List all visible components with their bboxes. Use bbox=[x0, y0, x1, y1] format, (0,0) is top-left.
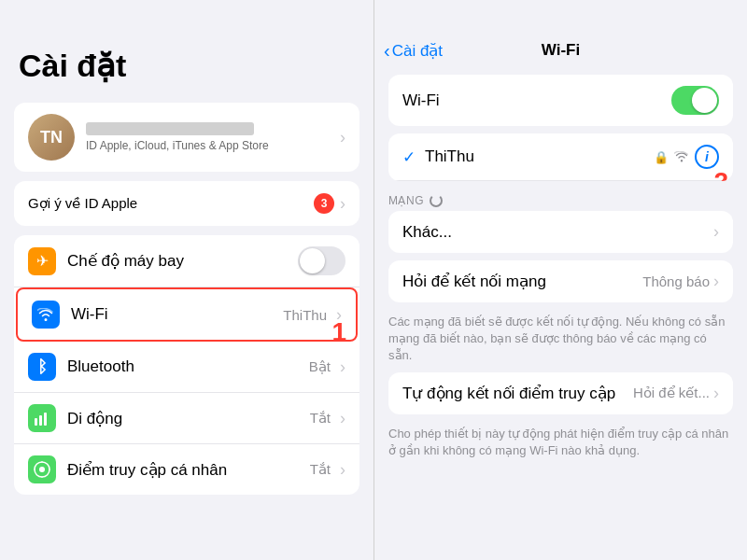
page-title: Cài đặt bbox=[19, 47, 355, 84]
hotspot-chevron-icon: › bbox=[340, 460, 345, 480]
right-title: Wi-Fi bbox=[542, 41, 580, 60]
profile-info: ID Apple, iCloud, iTunes & App Store bbox=[86, 122, 269, 152]
ask-join-chevron-icon: › bbox=[713, 272, 719, 291]
wifi-setting-label: Wi-Fi bbox=[402, 91, 440, 110]
connected-network-name: ThiThu bbox=[425, 147, 654, 166]
auto-join-value: Hỏi để kết... bbox=[633, 385, 710, 401]
cellular-row[interactable]: Di động Tắt › bbox=[14, 393, 359, 444]
profile-name-bar bbox=[86, 122, 254, 135]
wifi-toggle-switch[interactable] bbox=[671, 86, 719, 115]
cellular-value: Tắt bbox=[310, 410, 331, 427]
cellular-icon bbox=[28, 404, 56, 432]
other-chevron-icon: › bbox=[713, 222, 719, 242]
airplane-toggle-wrap bbox=[298, 246, 345, 275]
profile-left: TN ID Apple, iCloud, iTunes & App Store bbox=[28, 114, 269, 161]
airplane-mode-row[interactable]: ✈ Chế độ máy bay bbox=[14, 235, 359, 287]
profile-sub: ID Apple, iCloud, iTunes & App Store bbox=[86, 139, 269, 152]
info-button[interactable]: i bbox=[695, 145, 719, 169]
auto-join-label: Tự động kết nối điểm truy cập bbox=[402, 384, 615, 403]
back-chevron-icon: ‹ bbox=[384, 40, 390, 62]
bluetooth-row[interactable]: ᛒ Bluetooth Bật › bbox=[14, 342, 359, 393]
ask-join-value-area: Thông báo › bbox=[642, 272, 719, 291]
auto-join-group: Tự động kết nối điểm truy cập Hỏi để kết… bbox=[388, 372, 733, 414]
hotspot-icon bbox=[28, 455, 56, 483]
cellular-value-area: Tắt › bbox=[310, 409, 345, 428]
wifi-toggle-row[interactable]: Wi-Fi bbox=[388, 75, 733, 126]
avatar: TN bbox=[28, 114, 75, 161]
number-2-annotation: 2 bbox=[713, 167, 728, 181]
auto-join-value-area: Hỏi để kết... › bbox=[633, 384, 719, 403]
right-content: Wi-Fi ✓ ThiThu 🔒 bbox=[374, 67, 747, 560]
bluetooth-label: Bluetooth bbox=[67, 357, 309, 376]
hotspot-label: Điểm truy cập cá nhân bbox=[67, 460, 310, 480]
other-label: Khác... bbox=[402, 223, 452, 242]
ask-join-row[interactable]: Hỏi để kết nối mạng Thông báo › bbox=[388, 260, 733, 302]
checkmark-icon: ✓ bbox=[402, 147, 416, 167]
suggestion-chevron-icon: › bbox=[340, 194, 345, 214]
wifi-icon bbox=[32, 301, 60, 329]
network-group: ✓ ThiThu 🔒 i 2 bbox=[388, 133, 733, 181]
wifi-label: Wi-Fi bbox=[71, 305, 283, 324]
profile-chevron-icon: › bbox=[340, 128, 345, 147]
bluetooth-value: Bật bbox=[309, 358, 331, 375]
airplane-label: Chế độ máy bay bbox=[67, 251, 298, 271]
loading-spinner-icon bbox=[430, 194, 443, 207]
cellular-label: Di động bbox=[67, 409, 310, 428]
auto-join-row[interactable]: Tự động kết nối điểm truy cập Hỏi để kết… bbox=[388, 372, 733, 414]
auto-join-desc: Cho phép thiết bị này tự động phát hiện … bbox=[374, 422, 747, 467]
back-button[interactable]: ‹ Cài đặt bbox=[384, 40, 443, 62]
bluetooth-icon: ᛒ bbox=[28, 353, 56, 381]
mang-section-header: MẠNG bbox=[374, 189, 747, 211]
right-panel: ‹ Cài đặt Wi-Fi Wi-Fi ✓ ThiThu 🔒 bbox=[374, 0, 747, 560]
auto-join-chevron-icon: › bbox=[713, 384, 719, 403]
suggestion-badge: 3 bbox=[314, 193, 334, 214]
svg-rect-2 bbox=[44, 413, 47, 426]
wifi-strength-icon bbox=[674, 149, 689, 165]
wifi-current-network: ThiThu bbox=[283, 307, 327, 323]
suggestion-badge-area: 3 › bbox=[314, 193, 345, 214]
wifi-toggle-group: Wi-Fi bbox=[388, 75, 733, 126]
profile-row[interactable]: TN ID Apple, iCloud, iTunes & App Store … bbox=[14, 103, 359, 172]
ask-join-desc: Các mạng đã biết sẽ được kết nối tự động… bbox=[374, 310, 747, 372]
hotspot-value: Tắt bbox=[310, 461, 331, 478]
bluetooth-chevron-icon: › bbox=[340, 357, 345, 377]
info-button-wrap: i 2 bbox=[695, 145, 719, 169]
mang-label: MẠNG bbox=[388, 194, 733, 207]
suggestion-label: Gợi ý về ID Apple bbox=[28, 195, 137, 212]
settings-group: ✈ Chế độ máy bay Wi-Fi ThiThu › 1 bbox=[14, 235, 359, 495]
lock-icon: 🔒 bbox=[654, 150, 669, 164]
svg-rect-1 bbox=[39, 415, 42, 426]
network-icons-area: 🔒 i 2 bbox=[654, 145, 719, 169]
ask-join-group: Hỏi để kết nối mạng Thông báo › bbox=[388, 260, 733, 302]
cellular-chevron-icon: › bbox=[340, 409, 345, 428]
left-header: Cài đặt bbox=[0, 0, 374, 93]
airplane-icon: ✈ bbox=[28, 247, 56, 275]
airplane-toggle[interactable] bbox=[298, 246, 345, 275]
connected-network-row[interactable]: ✓ ThiThu 🔒 i 2 bbox=[388, 133, 733, 181]
svg-point-3 bbox=[39, 467, 45, 472]
ask-join-value: Thông báo bbox=[642, 273, 710, 289]
other-network-group: Khác... › bbox=[388, 211, 733, 253]
wifi-row[interactable]: Wi-Fi ThiThu › 1 bbox=[16, 287, 358, 342]
left-panel: Cài đặt TN ID Apple, iCloud, iTunes & Ap… bbox=[0, 0, 374, 560]
hotspot-value-area: Tắt › bbox=[310, 460, 345, 480]
other-network-row[interactable]: Khác... › bbox=[388, 211, 733, 253]
suggestion-row[interactable]: Gợi ý về ID Apple 3 › bbox=[14, 181, 359, 226]
ask-join-label: Hỏi để kết nối mạng bbox=[402, 272, 546, 291]
svg-rect-0 bbox=[35, 418, 37, 426]
bluetooth-value-area: Bật › bbox=[309, 357, 345, 377]
right-header: ‹ Cài đặt Wi-Fi bbox=[374, 0, 747, 67]
hotspot-row[interactable]: Điểm truy cập cá nhân Tắt › bbox=[14, 444, 359, 495]
back-label: Cài đặt bbox=[392, 41, 443, 61]
